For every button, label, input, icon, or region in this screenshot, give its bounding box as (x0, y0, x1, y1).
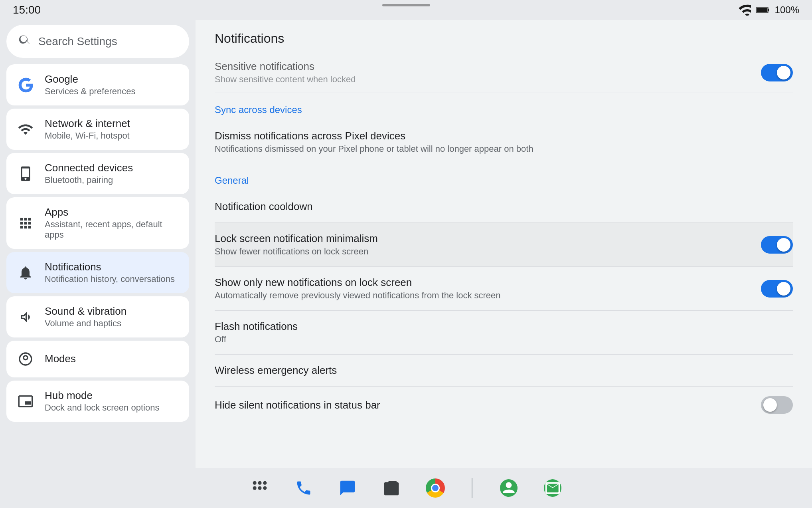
new-only-row[interactable]: Show only new notifications on lock scre… (215, 267, 793, 311)
wireless-text: Wireless emergency alerts (215, 364, 337, 377)
sync-section: Dismiss notifications across Pixel devic… (196, 120, 812, 164)
sidebar: Search Settings Google Services & prefer… (0, 20, 196, 468)
modes-icon (16, 349, 35, 369)
wireless-title: Wireless emergency alerts (215, 364, 337, 377)
main-layout: Search Settings Google Services & prefer… (0, 20, 812, 468)
network-title: Network & internet (45, 117, 130, 130)
connected-title: Connected devices (45, 162, 133, 174)
sync-section-label: Sync across devices (196, 93, 812, 120)
no-toggle-thumb (777, 282, 790, 296)
lockscreen-minimalism-row[interactable]: Lock screen notification minimalism Show… (215, 223, 793, 267)
sidebar-item-hub[interactable]: Hub mode Dock and lock screen options (6, 381, 189, 422)
flash-row[interactable]: Flash notifications Off (215, 311, 793, 355)
hs-toggle-thumb (763, 398, 777, 412)
hub-title: Hub mode (45, 389, 159, 402)
hub-subtitle: Dock and lock screen options (45, 403, 159, 413)
dismiss-title: Dismiss notifications across Pixel devic… (215, 130, 533, 142)
dismiss-row[interactable]: Dismiss notifications across Pixel devic… (215, 120, 793, 164)
svg-point-8 (263, 486, 267, 490)
flash-subtitle: Off (215, 334, 298, 345)
status-icons: 100% (738, 4, 799, 16)
new-only-toggle[interactable] (761, 280, 793, 298)
sidebar-item-modes[interactable]: Modes (6, 341, 189, 377)
new-only-subtitle: Automatically remove previously viewed n… (215, 290, 501, 301)
sensitive-row[interactable]: Sensitive notifications Show sensitive c… (215, 52, 793, 93)
sensitive-section: Sensitive notifications Show sensitive c… (196, 52, 812, 93)
svg-point-3 (253, 481, 256, 485)
gesture-handle (382, 4, 430, 6)
phone-nav-icon[interactable] (290, 474, 318, 502)
cooldown-row[interactable]: Notification cooldown (215, 191, 793, 223)
network-icon (16, 120, 35, 139)
hide-silent-text: Hide silent notifications in status bar (215, 399, 380, 411)
notifications-icon (16, 263, 35, 282)
google-icon (16, 75, 35, 95)
status-bar: 15:00 100% (0, 0, 812, 20)
sidebar-item-google[interactable]: Google Services & preferences (6, 64, 189, 105)
wireless-row[interactable]: Wireless emergency alerts (215, 355, 793, 387)
sensitive-subtitle: Show sensitive content when locked (215, 74, 356, 85)
messages-nav-icon[interactable] (539, 474, 567, 502)
sidebar-item-apps[interactable]: Apps Assistant, recent apps, default app… (6, 197, 189, 249)
sound-title: Sound & vibration (45, 305, 126, 318)
google-item-text: Google Services & preferences (45, 73, 135, 97)
connected-item-text: Connected devices Bluetooth, pairing (45, 162, 133, 185)
launcher-icon[interactable] (246, 474, 274, 502)
lockscreen-minimalism-subtitle: Show fewer notifications on lock screen (215, 246, 378, 257)
lm-toggle-thumb (777, 238, 790, 252)
apps-title: Apps (45, 206, 180, 218)
hide-silent-toggle[interactable] (761, 396, 793, 414)
sound-subtitle: Volume and haptics (45, 318, 126, 329)
notifications-item-text: Notifications Notification history, conv… (45, 261, 175, 284)
svg-point-4 (258, 481, 261, 485)
hide-silent-row[interactable]: Hide silent notifications in status bar (215, 387, 793, 423)
chrome-inner-circle (431, 484, 440, 492)
bottom-nav (0, 468, 812, 508)
svg-rect-1 (756, 8, 767, 12)
sidebar-item-network[interactable]: Network & internet Mobile, Wi-Fi, hotspo… (6, 109, 189, 150)
sound-item-text: Sound & vibration Volume and haptics (45, 305, 126, 329)
svg-rect-2 (768, 9, 769, 11)
modes-title: Modes (45, 353, 76, 365)
modes-item-text: Modes (45, 353, 76, 366)
sensitive-toggle[interactable] (761, 64, 793, 81)
chrome-logo (426, 478, 445, 498)
google-subtitle: Services & preferences (45, 86, 135, 97)
flash-title: Flash notifications (215, 320, 298, 333)
lockscreen-minimalism-title: Lock screen notification minimalism (215, 232, 378, 245)
hub-icon (16, 392, 35, 411)
search-icon (18, 34, 31, 49)
sensitive-toggle-track (761, 64, 793, 81)
network-subtitle: Mobile, Wi-Fi, hotspot (45, 131, 130, 141)
search-bar[interactable]: Search Settings (6, 25, 189, 58)
cooldown-text: Notification cooldown (215, 200, 313, 213)
connected-subtitle: Bluetooth, pairing (45, 175, 133, 185)
dismiss-text: Dismiss notifications across Pixel devic… (215, 130, 533, 154)
apps-icon (16, 214, 35, 233)
chrome-nav-icon[interactable] (421, 474, 449, 502)
panel-header: Notifications (196, 20, 812, 52)
sound-icon (16, 308, 35, 327)
sensitive-toggle-thumb (777, 66, 790, 79)
hs-toggle-track (761, 396, 793, 414)
lm-toggle-track (761, 236, 793, 254)
no-toggle-track (761, 280, 793, 298)
svg-point-5 (263, 481, 267, 485)
search-placeholder: Search Settings (38, 35, 117, 48)
sidebar-item-sound[interactable]: Sound & vibration Volume and haptics (6, 296, 189, 337)
panel-title: Notifications (215, 31, 793, 46)
notifications-subtitle: Notification history, conversations (45, 274, 175, 284)
network-item-text: Network & internet Mobile, Wi-Fi, hotspo… (45, 117, 130, 141)
general-section-label: General (196, 164, 812, 191)
contacts-nav-icon[interactable] (495, 474, 523, 502)
new-only-text: Show only new notifications on lock scre… (215, 276, 501, 301)
general-section: Notification cooldown Lock screen notifi… (196, 191, 812, 423)
lockscreen-minimalism-toggle[interactable] (761, 236, 793, 254)
camera-nav-icon[interactable] (377, 474, 405, 502)
sensitive-title: Sensitive notifications (215, 60, 356, 73)
battery-percentage: 100% (775, 4, 799, 16)
sidebar-item-notifications[interactable]: Notifications Notification history, conv… (6, 252, 189, 293)
hide-silent-title: Hide silent notifications in status bar (215, 399, 380, 411)
chat-nav-icon[interactable] (334, 474, 362, 502)
sidebar-item-connected[interactable]: Connected devices Bluetooth, pairing (6, 153, 189, 194)
